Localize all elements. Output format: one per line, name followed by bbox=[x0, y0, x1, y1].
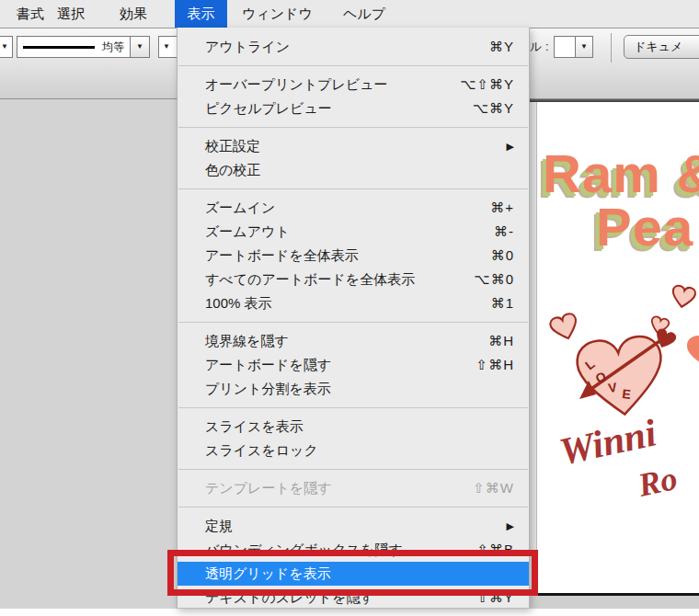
view-menu-item-lock-slices[interactable]: スライスをロック bbox=[178, 439, 529, 462]
menu-item-label: アートボードを隠す bbox=[205, 353, 331, 377]
menu-item-label: 色の校正 bbox=[205, 158, 260, 182]
style-swatch-dropdown-button[interactable]: ▼ bbox=[575, 36, 593, 58]
small-heart-icon bbox=[670, 285, 696, 309]
menu-item-shortcut: ⇧⌘H bbox=[476, 353, 514, 377]
menu-item-label: 校正設定 bbox=[205, 134, 260, 158]
chevron-down-icon: ▼ bbox=[163, 37, 170, 57]
menubar-item-select[interactable]: 選択 bbox=[57, 0, 85, 28]
menu-item-label: 境界線を隠す bbox=[205, 329, 289, 353]
love-letter: E bbox=[622, 386, 632, 402]
menu-separator bbox=[178, 462, 529, 476]
submenu-arrow-icon: ▶ bbox=[507, 134, 514, 158]
style-label: ル : bbox=[530, 36, 549, 58]
menu-separator bbox=[178, 500, 529, 514]
small-heart-icon bbox=[549, 312, 581, 342]
menu-separator bbox=[178, 120, 529, 134]
canvas-left-edge bbox=[530, 102, 537, 593]
menu-item-shortcut: ⌥⇧⌘Y bbox=[460, 73, 514, 97]
hearts-illustration: L O V E bbox=[537, 102, 699, 593]
chevron-down-icon: ▼ bbox=[580, 42, 588, 51]
annotation-highlight-box bbox=[167, 550, 538, 596]
view-menu-panel: アウトライン⌘Yオーバープリントプレビュー⌥⇧⌘Yピクセルプレビュー⌥⌘Y校正設… bbox=[177, 28, 530, 609]
menubar-item-window[interactable]: ウィンドウ bbox=[242, 0, 313, 28]
menubar-item-help[interactable]: ヘルプ bbox=[343, 0, 385, 28]
menu-item-label: アウトライン bbox=[205, 35, 290, 59]
submenu-arrow-icon: ▶ bbox=[507, 514, 514, 538]
clipped-dropdown-left[interactable]: ▼ bbox=[0, 36, 13, 58]
menu-item-shortcut: ⌘H bbox=[488, 329, 514, 353]
chevron-down-icon: ▼ bbox=[1, 37, 8, 57]
menu-separator bbox=[178, 315, 529, 329]
document-setup-button[interactable]: ドキュメ bbox=[624, 35, 699, 59]
stroke-preview-line bbox=[23, 46, 95, 49]
illustrator-window: 書式 選択 効果 表示 ウィンドウ ヘルプ ▼ 均等 ▼ ▼ ル : ▼ ドキュ… bbox=[0, 0, 699, 616]
menubar-item-type[interactable]: 書式 bbox=[17, 0, 44, 28]
menu-item-label: オーバープリントプレビュー bbox=[205, 73, 388, 97]
menu-item-shortcut: ⌘0 bbox=[491, 244, 514, 268]
toolbar-separator bbox=[611, 33, 612, 63]
view-menu-item-proof-colors[interactable]: 色の校正 bbox=[178, 158, 529, 182]
menu-item-shortcut: ⌥⌘0 bbox=[474, 268, 514, 291]
stroke-style-dropdown-button[interactable]: ▼ bbox=[130, 36, 150, 58]
menu-item-label: 100% 表示 bbox=[205, 291, 272, 315]
menu-item-shortcut: ⌥⌘Y bbox=[473, 97, 514, 120]
view-menu-item-fit-all-artboards-in-window[interactable]: すべてのアートボードを全体表示⌥⌘0 bbox=[178, 268, 529, 291]
view-menu-item-hide-artboards[interactable]: アートボードを隠す⇧⌘H bbox=[178, 353, 529, 377]
view-menu-item-hide-template: テンプレートを隠す⇧⌘W bbox=[178, 476, 529, 500]
view-menu-item-fit-artboard-in-window[interactable]: アートボードを全体表示⌘0 bbox=[178, 244, 529, 268]
menu-item-label: スライスをロック bbox=[205, 439, 318, 462]
menubar-item-view[interactable]: 表示 bbox=[175, 0, 227, 28]
menu-item-shortcut: ⌘- bbox=[494, 220, 514, 244]
chevron-down-icon: ▼ bbox=[136, 42, 143, 51]
artwork-script-line2: Ro bbox=[635, 459, 681, 505]
bottom-margin bbox=[0, 609, 699, 616]
menu-item-label: テンプレートを隠す bbox=[205, 476, 331, 500]
view-menu-item-rulers[interactable]: 定規▶ bbox=[178, 514, 529, 538]
menu-separator bbox=[178, 182, 529, 196]
menu-item-label: アートボードを全体表示 bbox=[205, 244, 359, 268]
menu-item-label: プリント分割を表示 bbox=[205, 377, 331, 401]
menu-bar: 書式 選択 効果 表示 ウィンドウ ヘルプ bbox=[0, 0, 699, 29]
view-menu-item-actual-size[interactable]: 100% 表示⌘1 bbox=[178, 291, 529, 315]
coral-heart-icon bbox=[685, 331, 699, 373]
stroke-style-select[interactable]: 均等 bbox=[17, 36, 131, 58]
view-menu-item-zoom-out[interactable]: ズームアウト⌘- bbox=[178, 220, 529, 244]
menu-item-shortcut: ⌘1 bbox=[491, 291, 514, 315]
menu-item-shortcut: ⌘Y bbox=[489, 35, 514, 59]
stroke-style-value: 均等 bbox=[102, 40, 124, 55]
document-window-bottom-strip bbox=[532, 596, 699, 609]
menubar-item-effect[interactable]: 効果 bbox=[120, 0, 147, 28]
view-menu-item-outline[interactable]: アウトライン⌘Y bbox=[178, 35, 529, 59]
view-menu-item-show-slices[interactable]: スライスを表示 bbox=[178, 415, 529, 439]
menu-item-shortcut: ⇧⌘W bbox=[473, 476, 514, 500]
view-menu-item-show-print-tiling[interactable]: プリント分割を表示 bbox=[178, 377, 529, 401]
view-menu-item-overprint-preview[interactable]: オーバープリントプレビュー⌥⇧⌘Y bbox=[178, 73, 529, 97]
menu-item-label: ピクセルプレビュー bbox=[205, 97, 332, 120]
document-window: Ram & Pea bbox=[530, 96, 699, 609]
menu-separator bbox=[178, 59, 529, 73]
artboard-canvas[interactable]: Ram & Pea bbox=[537, 102, 699, 593]
menu-item-shortcut: ⌘+ bbox=[490, 196, 514, 220]
menu-item-label: ズームアウト bbox=[205, 220, 290, 244]
view-menu-item-hide-edges[interactable]: 境界線を隠す⌘H bbox=[178, 329, 529, 353]
view-menu-item-pixel-preview[interactable]: ピクセルプレビュー⌥⌘Y bbox=[178, 97, 529, 120]
style-swatch[interactable] bbox=[554, 36, 576, 58]
view-menu-item-proof-setup[interactable]: 校正設定▶ bbox=[178, 134, 529, 158]
menu-separator bbox=[178, 401, 529, 415]
menu-item-label: ズームイン bbox=[205, 196, 275, 220]
menu-item-label: スライスを表示 bbox=[205, 415, 304, 439]
menu-item-label: すべてのアートボードを全体表示 bbox=[205, 268, 415, 291]
menu-item-label: 定規 bbox=[205, 514, 233, 538]
view-menu-item-zoom-in[interactable]: ズームイン⌘+ bbox=[178, 196, 529, 220]
